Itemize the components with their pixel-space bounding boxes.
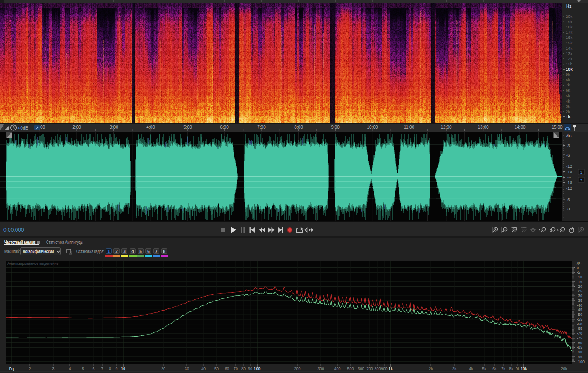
svg-text:10k: 10k xyxy=(520,366,527,371)
svg-text:2: 2 xyxy=(28,366,31,371)
svg-text:0: 0 xyxy=(577,266,579,270)
svg-text:20k: 20k xyxy=(566,14,573,19)
svg-text:40: 40 xyxy=(201,366,206,371)
svg-text:-15: -15 xyxy=(577,280,582,284)
svg-text:-70: -70 xyxy=(577,331,582,335)
svg-text:-65: -65 xyxy=(577,326,582,331)
svg-text:2k: 2k xyxy=(429,366,433,371)
svg-text:400: 400 xyxy=(334,366,340,371)
svg-text:-3: -3 xyxy=(566,143,570,148)
svg-text:14k: 14k xyxy=(566,46,573,51)
svg-text:900: 900 xyxy=(381,366,387,371)
svg-text:дБ: дБ xyxy=(577,261,581,265)
svg-text:10:00: 10:00 xyxy=(367,125,378,130)
svg-text:6k: 6k xyxy=(566,88,570,92)
svg-text:9k: 9k xyxy=(566,72,570,77)
svg-text:-30: -30 xyxy=(577,294,582,298)
svg-text:7: 7 xyxy=(101,366,103,371)
svg-text:-5: -5 xyxy=(577,270,580,274)
svg-text:6k: 6k xyxy=(492,366,497,371)
svg-text:100: 100 xyxy=(254,366,260,371)
svg-text:9:00: 9:00 xyxy=(331,125,340,130)
svg-text:300: 300 xyxy=(317,366,324,371)
svg-text:-12: -12 xyxy=(566,164,572,168)
svg-text:-3: -3 xyxy=(566,206,570,211)
svg-text:14:00: 14:00 xyxy=(514,125,525,130)
svg-text:30: 30 xyxy=(185,366,189,371)
svg-text:5:00: 5:00 xyxy=(183,125,192,130)
svg-text:10: 10 xyxy=(121,366,125,371)
svg-text:8k: 8k xyxy=(509,366,513,371)
svg-text:2k: 2k xyxy=(566,109,570,114)
svg-text:50: 50 xyxy=(214,366,219,371)
svg-text:6:00: 6:00 xyxy=(220,125,229,130)
svg-text:15k: 15k xyxy=(566,41,573,45)
svg-text:70: 70 xyxy=(234,366,238,371)
svg-text:-6: -6 xyxy=(566,197,570,202)
svg-text:-100: -100 xyxy=(577,359,585,364)
svg-text:Гц: Гц xyxy=(9,366,14,371)
svg-text:8k: 8k xyxy=(566,77,570,82)
svg-text:-35: -35 xyxy=(577,298,582,303)
svg-text:600: 600 xyxy=(358,366,364,371)
svg-text:-25: -25 xyxy=(577,289,582,293)
svg-text:3:00: 3:00 xyxy=(110,125,118,130)
svg-text:15:00: 15:00 xyxy=(551,125,562,130)
svg-text:dB: dB xyxy=(566,133,572,138)
svg-text:4: 4 xyxy=(69,366,71,371)
svg-text:4k: 4k xyxy=(566,99,570,103)
svg-text:7k: 7k xyxy=(501,366,505,371)
svg-text:-45: -45 xyxy=(577,308,582,312)
svg-text:-95: -95 xyxy=(577,355,582,359)
svg-text:12:00: 12:00 xyxy=(440,125,451,130)
svg-text:2:00: 2:00 xyxy=(72,125,81,130)
svg-text:0:00.000: 0:00.000 xyxy=(3,227,24,233)
svg-text:4:00: 4:00 xyxy=(146,125,155,130)
svg-text:7k: 7k xyxy=(566,82,570,87)
svg-text:18k: 18k xyxy=(566,24,573,29)
svg-text:2: 2 xyxy=(580,178,582,182)
svg-text:10k: 10k xyxy=(566,67,573,72)
svg-text:9k: 9k xyxy=(516,366,520,371)
svg-text:17k: 17k xyxy=(566,30,573,34)
svg-text:-75: -75 xyxy=(577,336,582,340)
svg-text:-20: -20 xyxy=(577,284,582,289)
svg-text:-18: -18 xyxy=(566,169,572,174)
svg-text:Анализированное выделение: Анализированное выделение xyxy=(7,261,58,266)
svg-text:dB: dB xyxy=(23,125,28,130)
svg-text:-12: -12 xyxy=(566,186,572,191)
svg-text:9: 9 xyxy=(115,366,117,371)
svg-text:500: 500 xyxy=(347,366,354,371)
svg-text:4k: 4k xyxy=(469,366,473,371)
svg-text:-80: -80 xyxy=(577,341,582,345)
svg-text:6: 6 xyxy=(92,366,94,371)
svg-text:13k: 13k xyxy=(566,51,573,56)
svg-text:-40: -40 xyxy=(577,303,582,308)
svg-text:3k: 3k xyxy=(452,366,457,371)
svg-text:-55: -55 xyxy=(577,317,582,322)
svg-text:-60: -60 xyxy=(577,322,582,326)
svg-text:90: 90 xyxy=(248,366,252,371)
svg-text:00: 00 xyxy=(40,125,45,130)
svg-text:-10: -10 xyxy=(577,275,582,279)
svg-text:1k: 1k xyxy=(566,114,571,119)
svg-text:800: 800 xyxy=(374,366,381,371)
svg-text:20: 20 xyxy=(161,366,165,371)
svg-text:1: 1 xyxy=(580,170,582,175)
svg-text:Hz: Hz xyxy=(566,4,571,9)
svg-text:11:00: 11:00 xyxy=(404,125,415,130)
svg-text:-50: -50 xyxy=(577,312,582,317)
svg-text:700: 700 xyxy=(366,366,373,371)
svg-text:60: 60 xyxy=(225,366,229,371)
svg-text:5: 5 xyxy=(82,366,84,371)
svg-text:200: 200 xyxy=(294,366,300,371)
svg-text:8: 8 xyxy=(109,366,111,371)
svg-text:8:00: 8:00 xyxy=(294,125,303,130)
svg-text:5k: 5k xyxy=(482,366,486,371)
svg-text:-90: -90 xyxy=(577,350,582,354)
svg-text:+0: +0 xyxy=(17,125,23,130)
svg-text:1k: 1k xyxy=(389,366,393,371)
svg-text:7:00: 7:00 xyxy=(257,125,266,130)
svg-text:-∞: -∞ xyxy=(566,175,571,180)
svg-text:19k: 19k xyxy=(566,19,573,24)
